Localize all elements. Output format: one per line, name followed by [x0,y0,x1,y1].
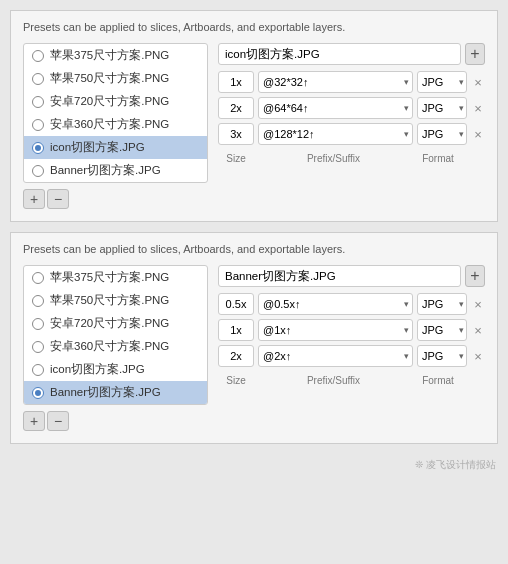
radio-icon [32,119,44,131]
column-headers-2: Size Prefix/Suffix Format [218,375,485,386]
export-name-row-2: + [218,265,485,287]
preset-label: 苹果750尺寸方案.PNG [50,293,169,308]
suffix-wrapper: @32*32↑ [258,71,413,93]
preset-list-2: 苹果375尺寸方案.PNG苹果750尺寸方案.PNG安卓720尺寸方案.PNG安… [23,265,208,405]
preset-item[interactable]: 苹果375尺寸方案.PNG [24,266,207,289]
radio-icon [32,50,44,62]
right-panel-2: + @0.5x↑JPGPNGPDFSVGWebP×@1x↑JPGPNGPDFSV… [218,265,485,431]
suffix-select[interactable]: @64*64↑ [258,97,413,119]
format-select[interactable]: JPGPNGPDFSVGWebP [417,123,467,145]
preset-item[interactable]: Banner切图方案.JPG [24,381,207,404]
add-preset-button-2[interactable]: + [23,411,45,431]
suffix-select[interactable]: @32*32↑ [258,71,413,93]
col-header-format-1: Format [413,153,463,164]
remove-scale-button[interactable]: × [471,127,485,141]
column-headers-1: Size Prefix/Suffix Format [218,153,485,164]
list-controls-2: + − [23,411,208,431]
preset-label: Banner切图方案.JPG [50,163,161,178]
suffix-select[interactable]: @1x↑ [258,319,413,341]
scale-size-input[interactable] [218,97,254,119]
scale-size-input[interactable] [218,71,254,93]
preset-item[interactable]: 苹果375尺寸方案.PNG [24,44,207,67]
suffix-select[interactable]: @2x↑ [258,345,413,367]
preset-label: 安卓720尺寸方案.PNG [50,316,169,331]
format-select[interactable]: JPGPNGPDFSVGWebP [417,319,467,341]
hint-text-1: Presets can be applied to slices, Artboa… [23,21,485,33]
suffix-select[interactable]: @0.5x↑ [258,293,413,315]
preset-item[interactable]: icon切图方案.JPG [24,136,207,159]
preset-item[interactable]: 苹果750尺寸方案.PNG [24,289,207,312]
suffix-select[interactable]: @128*12↑ [258,123,413,145]
preset-list-col-2: 苹果375尺寸方案.PNG苹果750尺寸方案.PNG安卓720尺寸方案.PNG安… [23,265,208,431]
remove-preset-button-2[interactable]: − [47,411,69,431]
remove-scale-button[interactable]: × [471,323,485,337]
radio-icon [32,73,44,85]
col-header-size-2: Size [218,375,254,386]
format-select[interactable]: JPGPNGPDFSVGWebP [417,293,467,315]
remove-scale-button[interactable]: × [471,75,485,89]
preset-item[interactable]: 安卓360尺寸方案.PNG [24,113,207,136]
preset-label: icon切图方案.JPG [50,140,145,155]
scale-row: @2x↑JPGPNGPDFSVGWebP× [218,345,485,367]
right-panel-1: + @32*32↑JPGPNGPDFSVGWebP×@64*64↑JPGPNGP… [218,43,485,209]
panel-body-1: 苹果375尺寸方案.PNG苹果750尺寸方案.PNG安卓720尺寸方案.PNG安… [23,43,485,209]
suffix-wrapper: @0.5x↑ [258,293,413,315]
preset-label: 苹果750尺寸方案.PNG [50,71,169,86]
scale-row: @128*12↑JPGPNGPDFSVGWebP× [218,123,485,145]
format-wrapper: JPGPNGPDFSVGWebP [417,293,467,315]
format-select[interactable]: JPGPNGPDFSVGWebP [417,345,467,367]
scale-size-input[interactable] [218,345,254,367]
suffix-wrapper: @64*64↑ [258,97,413,119]
hint-text-2: Presets can be applied to slices, Artboa… [23,243,485,255]
scale-rows-1: @32*32↑JPGPNGPDFSVGWebP×@64*64↑JPGPNGPDF… [218,71,485,145]
scale-size-input[interactable] [218,319,254,341]
watermark: ❊ 凌飞设计情报站 [0,454,508,480]
preset-item[interactable]: 安卓720尺寸方案.PNG [24,312,207,335]
radio-icon [32,272,44,284]
format-wrapper: JPGPNGPDFSVGWebP [417,319,467,341]
scale-rows-2: @0.5x↑JPGPNGPDFSVGWebP×@1x↑JPGPNGPDFSVGW… [218,293,485,367]
export-name-row-1: + [218,43,485,65]
format-wrapper: JPGPNGPDFSVGWebP [417,345,467,367]
preset-item[interactable]: 安卓720尺寸方案.PNG [24,90,207,113]
list-controls-1: + − [23,189,208,209]
preset-label: icon切图方案.JPG [50,362,145,377]
add-preset-button-1[interactable]: + [23,189,45,209]
scale-size-input[interactable] [218,123,254,145]
panel-body-2: 苹果375尺寸方案.PNG苹果750尺寸方案.PNG安卓720尺寸方案.PNG安… [23,265,485,431]
format-select[interactable]: JPGPNGPDFSVGWebP [417,97,467,119]
col-header-prefix-1: Prefix/Suffix [258,153,409,164]
remove-scale-button[interactable]: × [471,101,485,115]
preset-label: 安卓360尺寸方案.PNG [50,339,169,354]
panel-1: Presets can be applied to slices, Artboa… [10,10,498,222]
export-name-input-2[interactable] [218,265,461,287]
preset-item[interactable]: 苹果750尺寸方案.PNG [24,67,207,90]
preset-label: 苹果375尺寸方案.PNG [50,48,169,63]
preset-item[interactable]: 安卓360尺寸方案.PNG [24,335,207,358]
format-wrapper: JPGPNGPDFSVGWebP [417,97,467,119]
suffix-wrapper: @2x↑ [258,345,413,367]
remove-scale-button[interactable]: × [471,349,485,363]
add-scale-button-1[interactable]: + [465,43,485,65]
format-select[interactable]: JPGPNGPDFSVGWebP [417,71,467,93]
radio-icon [32,387,44,399]
radio-icon [32,165,44,177]
preset-item[interactable]: Banner切图方案.JPG [24,159,207,182]
scale-row: @1x↑JPGPNGPDFSVGWebP× [218,319,485,341]
panel-2: Presets can be applied to slices, Artboa… [10,232,498,444]
remove-scale-button[interactable]: × [471,297,485,311]
radio-icon [32,318,44,330]
radio-icon [32,96,44,108]
suffix-wrapper: @128*12↑ [258,123,413,145]
preset-item[interactable]: icon切图方案.JPG [24,358,207,381]
preset-label: 苹果375尺寸方案.PNG [50,270,169,285]
export-name-input-1[interactable] [218,43,461,65]
preset-label: Banner切图方案.JPG [50,385,161,400]
radio-icon [32,364,44,376]
remove-preset-button-1[interactable]: − [47,189,69,209]
preset-label: 安卓720尺寸方案.PNG [50,94,169,109]
scale-size-input[interactable] [218,293,254,315]
add-scale-button-2[interactable]: + [465,265,485,287]
suffix-wrapper: @1x↑ [258,319,413,341]
col-header-prefix-2: Prefix/Suffix [258,375,409,386]
